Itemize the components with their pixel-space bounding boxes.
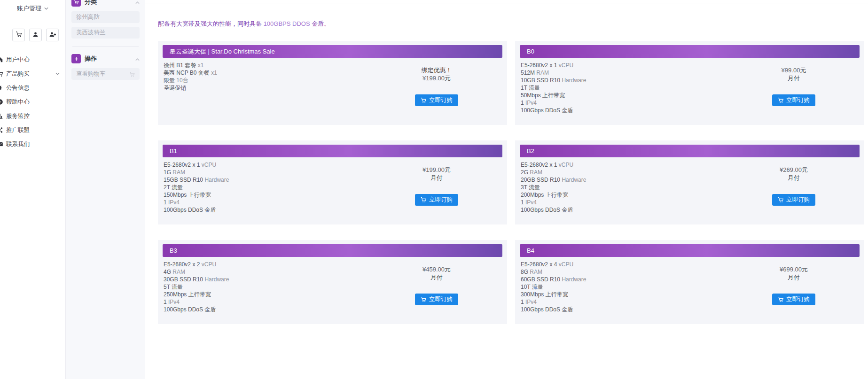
spec-list: E5-2680v2 x 4 vCPU 8G RAM 60GB SSD R10 H… <box>520 261 586 313</box>
purchase-column: ¥459.00元 月付 立即订购 <box>383 261 491 313</box>
category-section-header[interactable]: 分类 <box>71 0 140 8</box>
panel-divider <box>72 46 139 46</box>
card-title: B2 <box>527 147 534 155</box>
billing-cycle-label: 月付 <box>788 74 800 82</box>
promo-label: 绑定优惠！ <box>422 66 452 74</box>
spec-line: E5-2680v2 x 1 vCPU <box>164 161 229 169</box>
sidebar-item-affiliate[interactable]: 推广联盟 <box>0 123 65 137</box>
svg-text:?: ? <box>0 100 1 104</box>
spec-line: 20GB SSD R10 Hardware <box>521 176 586 184</box>
spec-list: E5-2680v2 x 1 vCPU 2G RAM 20GB SSD R10 H… <box>520 161 586 214</box>
order-button-label: 立即订购 <box>786 295 810 303</box>
order-button[interactable]: 立即订购 <box>772 294 815 305</box>
share-icon <box>0 127 3 133</box>
cart-button[interactable] <box>12 29 25 41</box>
sidebar: 账户管理 <box>0 0 65 379</box>
billing-cycle-label: 月付 <box>788 174 800 182</box>
card-title: B0 <box>527 48 534 55</box>
spec-line: E5-2680v2 x 2 vCPU <box>164 261 229 268</box>
user-button[interactable] <box>29 29 42 41</box>
spec-line: 3T 流量 <box>521 184 586 191</box>
sidebar-item-help-center[interactable]: ? 帮助中心 <box>0 95 65 109</box>
category-item-label: 徐州高防 <box>76 13 100 21</box>
sidebar-item-service-monitor[interactable]: 服务监控 <box>0 109 65 123</box>
spec-list: E5-2680v2 x 1 vCPU 512M RAM 10GB SSD R10… <box>520 62 586 114</box>
card-header: 星云圣诞大促 | Star.Do Christmas Sale <box>163 45 502 58</box>
cart-icon <box>421 97 427 103</box>
sidebar-item-label: 公告信息 <box>6 84 30 92</box>
plan-card-b4: B4 E5-2680v2 x 4 vCPU 8G RAM 60GB SSD R1… <box>515 240 864 324</box>
spec-line: 10GB SSD R10 Hardware <box>521 77 586 84</box>
card-title: B3 <box>170 247 177 254</box>
question-circle-icon: ? <box>0 99 3 105</box>
spec-list: 徐州 B1 套餐 x1 美西 NCP B0 套餐 x1 限量 10台 圣诞促销 <box>163 62 217 106</box>
category-section-title: 分类 <box>85 0 97 6</box>
card-header: B3 <box>163 244 502 257</box>
sidebar-item-announcements[interactable]: 公告信息 <box>0 81 65 95</box>
chevron-down-icon <box>44 7 48 10</box>
plan-card-b1: B1 E5-2680v2 x 1 vCPU 1G RAM 15GB SSD R1… <box>158 140 507 224</box>
card-body: E5-2680v2 x 2 vCPU 4G RAM 30GB SSD R10 H… <box>163 261 502 313</box>
plan-card-b0: B0 E5-2680v2 x 1 vCPU 512M RAM 10GB SSD … <box>515 41 864 125</box>
sidebar-item-label: 产品购买 <box>6 70 30 78</box>
spec-line: 圣诞促销 <box>164 84 217 92</box>
card-body: 徐州 B1 套餐 x1 美西 NCP B0 套餐 x1 限量 10台 圣诞促销 … <box>163 62 502 106</box>
spec-line: E5-2680v2 x 1 vCPU <box>521 62 586 69</box>
spec-line: 1G RAM <box>164 169 229 176</box>
sidebar-item-product-purchase[interactable]: 产品购买 <box>0 67 65 81</box>
user-plus-icon <box>49 31 56 39</box>
price-label: ¥199.00元 <box>422 74 451 82</box>
spec-line: 15GB SSD R10 Hardware <box>164 176 229 184</box>
category-item-label: 美西波特兰 <box>76 29 106 37</box>
sidebar-item-contact-us[interactable]: 联系我们 <box>0 137 65 151</box>
spec-line: 2G RAM <box>521 169 586 176</box>
user-plus-button[interactable] <box>46 29 59 41</box>
cart-icon <box>421 197 427 203</box>
order-button[interactable]: 立即订购 <box>415 194 458 206</box>
category-item-portland[interactable]: 美西波特兰 <box>71 27 140 39</box>
spec-line: 300Mbps 上行带宽 <box>521 291 586 298</box>
monitor-icon <box>0 113 3 119</box>
category-panel: 分类 徐州高防 美西波特兰 操作 查看购物车 <box>65 0 145 379</box>
spec-line: 100Gbps DDoS 金盾 <box>521 107 586 114</box>
account-menu-toggle[interactable]: 账户管理 <box>0 4 65 13</box>
view-cart-label: 查看购物车 <box>76 70 106 78</box>
price-label: ¥99.00元 <box>782 66 806 74</box>
price-label: ¥269.00元 <box>780 166 808 174</box>
order-button[interactable]: 立即订购 <box>772 194 815 206</box>
app-window: 账户管理 <box>0 0 868 379</box>
envelope-icon <box>0 141 3 147</box>
spec-line: 10T 流量 <box>521 283 586 291</box>
spec-line: 5T 流量 <box>164 283 229 291</box>
action-section-header[interactable]: 操作 <box>71 53 140 64</box>
order-button[interactable]: 立即订购 <box>415 294 458 305</box>
spec-line: 100Gbps DDoS 金盾 <box>164 306 229 313</box>
card-body: E5-2680v2 x 4 vCPU 8G RAM 60GB SSD R10 H… <box>520 261 860 313</box>
sidebar-item-user-center[interactable]: 用户中心 <box>0 53 65 67</box>
order-button-label: 立即订购 <box>429 196 453 204</box>
cart-icon <box>71 0 81 7</box>
cart-icon <box>778 296 784 302</box>
home-icon <box>0 56 3 63</box>
order-button-label: 立即订购 <box>429 295 453 303</box>
main-content: 配备有大宽带及强大的性能，同时具备 100GBPS DDOS 金盾。 星云圣诞大… <box>145 0 868 379</box>
spec-line: 4G RAM <box>164 268 229 276</box>
billing-cycle-label: 月付 <box>788 273 800 281</box>
card-body: E5-2680v2 x 1 vCPU 2G RAM 20GB SSD R10 H… <box>520 161 860 214</box>
order-button[interactable]: 立即订购 <box>772 94 815 106</box>
card-header: B1 <box>163 145 502 157</box>
purchase-column: ¥699.00元 月付 立即订购 <box>740 261 848 313</box>
top-navbar-edge <box>145 0 868 3</box>
purchase-column: ¥199.00元 月付 立即订购 <box>383 161 491 214</box>
plus-icon <box>71 54 81 63</box>
card-title: 星云圣诞大促 | Star.Do Christmas Sale <box>170 47 275 56</box>
category-item-xuzhou[interactable]: 徐州高防 <box>71 11 140 23</box>
order-button[interactable]: 立即订购 <box>415 94 458 106</box>
card-body: E5-2680v2 x 1 vCPU 1G RAM 15GB SSD R10 H… <box>163 161 502 214</box>
spec-line: 1 IPv4 <box>521 199 586 206</box>
chevron-up-icon <box>135 54 140 63</box>
billing-cycle-label: 月付 <box>430 273 443 281</box>
view-cart-item[interactable]: 查看购物车 <box>71 68 140 80</box>
cart-icon <box>129 71 135 77</box>
plan-card-sale: 星云圣诞大促 | Star.Do Christmas Sale 徐州 B1 套餐… <box>158 41 507 125</box>
